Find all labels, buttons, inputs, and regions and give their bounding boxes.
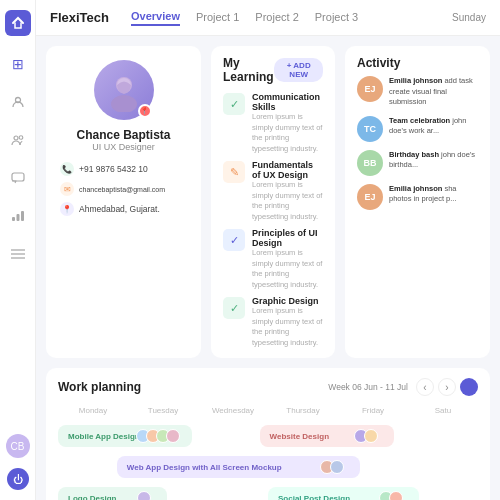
phone-icon: 📞: [60, 162, 74, 176]
task-avatar: [364, 429, 378, 443]
profile-location-row: 📍 Ahmedabad, Gujarat.: [60, 202, 187, 216]
wp-day-label: Monday: [58, 404, 128, 417]
activity-avatar: TC: [357, 116, 383, 142]
sidebar-icon-users[interactable]: [8, 130, 28, 150]
top-row: 📍 Chance Baptista UI UX Designer 📞 +91 9…: [46, 46, 490, 358]
task-avatar: [137, 491, 151, 500]
wp-days: MondayTuesdayWednesdayThursdayFridaySatu: [58, 404, 478, 417]
activity-text: Birthday bash john doe's birthda...: [389, 150, 478, 171]
wp-task[interactable]: Website Design: [260, 425, 394, 447]
learning-item: ✓ Principles of UI Design Lorem ipsum is…: [223, 228, 323, 290]
wp-prev-button[interactable]: ‹: [416, 378, 434, 396]
task-label: Social Post Design: [278, 494, 350, 501]
task-avatar: [330, 460, 344, 474]
learning-item-icon: ✓: [223, 93, 245, 115]
learning-item: ✓ Communication Skills Lorem ipsum is si…: [223, 92, 323, 154]
wp-next-button[interactable]: ›: [438, 378, 456, 396]
profile-card: 📍 Chance Baptista UI UX Designer 📞 +91 9…: [46, 46, 201, 358]
sidebar-icon-menu[interactable]: [8, 244, 28, 264]
learning-title: My Learning: [223, 56, 274, 84]
task-avatars: [383, 491, 409, 500]
wp-task[interactable]: Social Post Design: [268, 487, 419, 500]
task-avatars: [324, 460, 350, 474]
wp-task[interactable]: Logo Design: [58, 487, 167, 500]
task-label: Website Design: [270, 432, 329, 441]
wp-task-row: Logo DesignSocial Post Design: [58, 485, 478, 500]
profile-name: Chance Baptista: [76, 128, 170, 142]
sidebar-icon-user[interactable]: [8, 92, 28, 112]
activity-item: EJ Emilia johnson add task create visual…: [357, 76, 478, 108]
wp-task-row: Web App Design with All Screen Mockup: [58, 454, 478, 480]
wp-task[interactable]: Mobile App Design: [58, 425, 192, 447]
content-area: 📍 Chance Baptista UI UX Designer 📞 +91 9…: [36, 36, 500, 500]
learning-item-desc: Lorem ipsum is simply dummy text of the …: [252, 306, 323, 348]
learning-item-icon: ✓: [223, 297, 245, 319]
task-avatar: [389, 491, 403, 500]
svg-rect-4: [12, 217, 15, 221]
activity-item: EJ Emilia johnson sha photos in project …: [357, 184, 478, 210]
add-new-button[interactable]: + ADD NEW: [274, 58, 323, 82]
learning-item-desc: Lorem ipsum is simply dummy text of the …: [252, 112, 323, 154]
activity-text: Emilia johnson add task create visual fi…: [389, 76, 478, 108]
learning-item: ✎ Fundamentals of UX Design Lorem ipsum …: [223, 160, 323, 222]
learning-item: ✓ Graphic Design Lorem ipsum is simply d…: [223, 296, 323, 348]
wp-today-dot[interactable]: [460, 378, 478, 396]
profile-phone-row: 📞 +91 9876 5432 10: [60, 162, 187, 176]
svg-rect-6: [21, 211, 24, 221]
power-button[interactable]: ⏻: [7, 468, 29, 490]
svg-point-2: [19, 136, 23, 140]
wp-task[interactable]: Web App Design with All Screen Mockup: [117, 456, 361, 478]
sidebar-icon-chart[interactable]: [8, 206, 28, 226]
profile-avatar-wrap: 📍: [94, 60, 154, 120]
task-label: Logo Design: [68, 494, 116, 501]
profile-role: UI UX Designer: [92, 142, 155, 152]
wp-day-label: Friday: [338, 404, 408, 417]
wp-nav: ‹ ›: [416, 378, 478, 396]
activity-avatar: BB: [357, 150, 383, 176]
learning-item-text: Graphic Design Lorem ipsum is simply dum…: [252, 296, 323, 348]
activity-text: Team celebration john doe's work ar...: [389, 116, 478, 137]
activity-item: BB Birthday bash john doe's birthda...: [357, 150, 478, 176]
svg-rect-5: [16, 214, 19, 221]
nav-project3[interactable]: Project 3: [315, 11, 358, 25]
sidebar-icon-home[interactable]: ⊞: [8, 54, 28, 74]
learning-header: My Learning + ADD NEW: [223, 56, 323, 84]
nav-project1[interactable]: Project 1: [196, 11, 239, 25]
work-planning-card: Work planning Week 06 Jun - 11 Jul ‹ › M…: [46, 368, 490, 500]
profile-location: Ahmedabad, Gujarat.: [79, 204, 160, 214]
learning-item-text: Principles of UI Design Lorem ipsum is s…: [252, 228, 323, 290]
svg-rect-3: [12, 173, 24, 181]
wp-day-label: Tuesday: [128, 404, 198, 417]
brand-name: FlexiTech: [50, 10, 109, 25]
learning-item-title: Communication Skills: [252, 92, 323, 112]
learning-item-desc: Lorem ipsum is simply dummy text of the …: [252, 248, 323, 290]
sidebar-logo[interactable]: [5, 10, 31, 36]
topbar-day: Sunday: [452, 12, 486, 23]
task-avatars: [141, 491, 157, 500]
task-avatars: [358, 429, 384, 443]
nav-overview[interactable]: Overview: [131, 10, 180, 26]
learning-item-title: Graphic Design: [252, 296, 323, 306]
top-nav: Overview Project 1 Project 2 Project 3: [131, 10, 358, 26]
activity-items: EJ Emilia johnson add task create visual…: [357, 76, 478, 210]
wp-header: Work planning Week 06 Jun - 11 Jul ‹ ›: [58, 378, 478, 396]
learning-item-title: Fundamentals of UX Design: [252, 160, 323, 180]
learning-item-desc: Lorem ipsum is simply dummy text of the …: [252, 180, 323, 222]
task-label: Mobile App Design: [68, 432, 140, 441]
user-avatar-small[interactable]: CB: [6, 434, 30, 458]
activity-item: TC Team celebration john doe's work ar..…: [357, 116, 478, 142]
activity-avatar: EJ: [357, 184, 383, 210]
profile-info: 📞 +91 9876 5432 10 ✉ chancebaptista@gmai…: [60, 162, 187, 216]
location-dot: 📍: [138, 104, 152, 118]
sidebar-icon-chat[interactable]: [8, 168, 28, 188]
wp-day-label: Thursday: [268, 404, 338, 417]
activity-card: Activity EJ Emilia johnson add task crea…: [345, 46, 490, 358]
activity-avatar: EJ: [357, 76, 383, 102]
email-icon: ✉: [60, 182, 74, 196]
wp-day-label: Satu: [408, 404, 478, 417]
profile-email-row: ✉ chancebaptista@gmail.com: [60, 182, 187, 196]
nav-project2[interactable]: Project 2: [255, 11, 298, 25]
svg-point-1: [14, 136, 18, 140]
wp-day-label: Wednesday: [198, 404, 268, 417]
topbar: FlexiTech Overview Project 1 Project 2 P…: [36, 0, 500, 36]
